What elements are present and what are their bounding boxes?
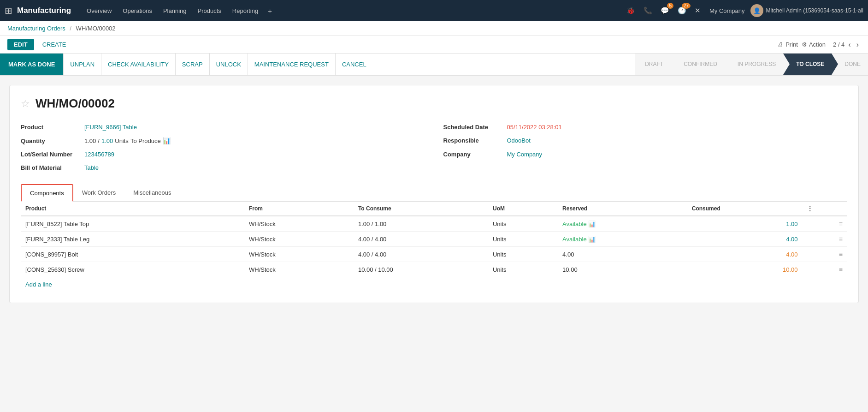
row-menu-icon[interactable]: ≡ <box>839 220 843 227</box>
chat-icon-wrap[interactable]: 💬 5 <box>657 5 673 17</box>
breadcrumb-sep: / <box>70 25 71 32</box>
cell-to-consume: 4.00 / 4.00 <box>354 247 488 262</box>
cell-consumed: 1.00 <box>687 216 803 232</box>
status-bar: MARK AS DONE UNPLAN CHECK AVAILABILITY S… <box>0 54 868 76</box>
cell-row-menu[interactable]: ≡ <box>803 232 848 247</box>
qty-unit: Units <box>115 137 129 144</box>
bug-icon[interactable]: 🐞 <box>623 5 638 17</box>
add-line-button[interactable]: Add a line <box>21 277 57 292</box>
bom-field: Bill of Material Table <box>21 164 425 171</box>
col-uom: UoM <box>488 202 558 216</box>
plus-icon[interactable]: + <box>265 5 275 17</box>
scrap-button[interactable]: SCRAP <box>175 54 209 75</box>
col-to-consume: To Consume <box>354 202 488 216</box>
col-from: From <box>244 202 354 216</box>
stage-to-close[interactable]: TO CLOSE <box>783 54 832 75</box>
cell-uom: Units <box>488 232 558 247</box>
favorite-star-icon[interactable]: ☆ <box>21 98 30 110</box>
activity-icon-wrap[interactable]: 🕐 27 <box>674 5 690 17</box>
scheduled-date-value: 05/11/2022 03:28:01 <box>507 124 562 131</box>
scheduled-date-field: Scheduled Date 05/11/2022 03:28:01 <box>443 124 848 131</box>
nav-item-reporting[interactable]: Reporting <box>228 6 263 16</box>
components-table: Product From To Consume UoM Reserved Con… <box>21 202 847 277</box>
edit-button[interactable]: EDIT <box>7 39 34 50</box>
reserved-value: 4.00 <box>562 251 574 258</box>
chat-badge: 5 <box>667 3 673 9</box>
nav-item-overview[interactable]: Overview <box>82 6 116 16</box>
check-availability-button[interactable]: CHECK AVAILABILITY <box>101 54 175 75</box>
tab-components[interactable]: Components <box>21 184 73 202</box>
reserved-value: 10.00 <box>562 266 578 273</box>
pager-prev-button[interactable]: ‹ <box>846 40 852 50</box>
lot-value[interactable]: 123456789 <box>84 151 114 158</box>
quantity-display: 1.00 / 1.00 Units To Produce 📊 <box>84 137 171 144</box>
cell-from: WH/Stock <box>244 262 354 277</box>
activity-badge: 27 <box>682 3 691 9</box>
cell-uom: Units <box>488 247 558 262</box>
qty-target: 1.00 <box>101 137 113 144</box>
tab-miscellaneous[interactable]: Miscellaneous <box>124 184 180 202</box>
mark-as-done-button[interactable]: MARK AS DONE <box>0 54 63 75</box>
row-menu-icon[interactable]: ≡ <box>839 235 843 243</box>
cell-from: WH/Stock <box>244 247 354 262</box>
cell-row-menu[interactable]: ≡ <box>803 247 848 262</box>
phone-icon[interactable]: 📞 <box>640 5 655 17</box>
action-button[interactable]: ⚙ Action <box>802 41 826 48</box>
table-row: [FURN_8522] Table Top WH/Stock 1.00 / 1.… <box>21 216 847 232</box>
cell-to-consume: 4.00 / 4.00 <box>354 232 488 247</box>
cell-product: [CONS_89957] Bolt <box>21 247 244 262</box>
settings-icon[interactable]: ✕ <box>691 5 704 17</box>
bom-value[interactable]: Table <box>84 164 99 171</box>
record-card: ☆ WH/MO/00002 Product [FURN_9666] Table … <box>9 85 859 303</box>
cell-consumed: 4.00 <box>687 232 803 247</box>
unlock-button[interactable]: UNLOCK <box>209 54 248 75</box>
company-selector[interactable]: My Company <box>706 6 749 16</box>
cancel-button[interactable]: CANCEL <box>335 54 373 75</box>
user-menu[interactable]: 👤 Mitchell Admin (15369054-saas-15-1-all <box>750 4 863 17</box>
row-menu-icon[interactable]: ≡ <box>839 251 843 258</box>
top-navigation: ⊞ Manufacturing Overview Operations Plan… <box>0 0 868 21</box>
lot-field: Lot/Serial Number 123456789 <box>21 151 425 158</box>
lot-label: Lot/Serial Number <box>21 151 81 158</box>
maintenance-request-button[interactable]: MAINTENANCE REQUEST <box>248 54 335 75</box>
reserved-chart-icon[interactable]: 📊 <box>588 236 596 243</box>
fields-grid: Product [FURN_9666] Table Scheduled Date… <box>21 124 847 171</box>
product-value[interactable]: [FURN_9666] Table <box>84 124 137 131</box>
product-field: Product [FURN_9666] Table <box>21 124 425 131</box>
quantity-label: Quantity <box>21 137 81 144</box>
row-menu-icon[interactable]: ≡ <box>839 266 843 273</box>
reserved-badge: Available <box>562 221 587 227</box>
pager-next-button[interactable]: › <box>855 40 861 50</box>
forecast-chart-icon[interactable]: 📊 <box>163 137 171 144</box>
tabs-row: Components Work Orders Miscellaneous <box>21 184 847 202</box>
company-label: Company <box>443 151 503 158</box>
stage-confirmed[interactable]: CONFIRMED <box>671 54 725 75</box>
nav-item-operations[interactable]: Operations <box>118 6 157 16</box>
gear-icon: ⚙ <box>802 41 807 48</box>
col-reserved: Reserved <box>558 202 687 216</box>
app-grid-icon[interactable]: ⊞ <box>5 5 12 16</box>
cell-row-menu[interactable]: ≡ <box>803 262 848 277</box>
company-value[interactable]: My Company <box>507 151 543 158</box>
create-button[interactable]: CREATE <box>38 39 71 50</box>
cell-to-consume: 1.00 / 1.00 <box>354 216 488 232</box>
breadcrumb-current: WH/MO/00002 <box>76 25 116 32</box>
app-name: Manufacturing <box>17 6 71 15</box>
nav-item-products[interactable]: Products <box>193 6 226 16</box>
table-row: [CONS_89957] Bolt WH/Stock 4.00 / 4.00 U… <box>21 247 847 262</box>
nav-item-planning[interactable]: Planning <box>159 6 191 16</box>
print-button[interactable]: 🖨 Print <box>778 41 798 48</box>
col-actions[interactable]: ⋮ <box>803 202 848 216</box>
responsible-value[interactable]: OdooBot <box>507 137 531 144</box>
stage-in-progress[interactable]: IN PROGRESS <box>725 54 783 75</box>
reserved-badge: Available <box>562 236 587 243</box>
breadcrumb-parent[interactable]: Manufacturing Orders <box>7 25 65 32</box>
stage-draft[interactable]: DRAFT <box>635 54 671 75</box>
tab-work-orders[interactable]: Work Orders <box>73 184 124 202</box>
scheduled-date-label: Scheduled Date <box>443 124 503 131</box>
cell-row-menu[interactable]: ≡ <box>803 216 848 232</box>
responsible-field: Responsible OdooBot <box>443 137 848 144</box>
reserved-chart-icon[interactable]: 📊 <box>588 221 596 227</box>
unplan-button[interactable]: UNPLAN <box>63 54 101 75</box>
qty-slash: / <box>98 137 100 144</box>
